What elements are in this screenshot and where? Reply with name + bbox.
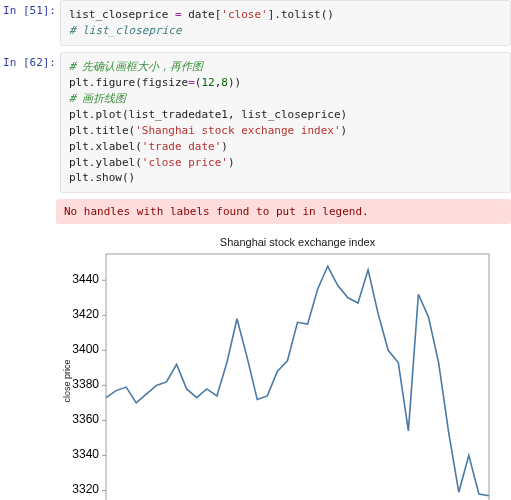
- code-token: plt.title(: [69, 124, 135, 137]
- code-token: ): [228, 156, 235, 169]
- code-token: list_closeprice: [69, 8, 175, 21]
- code-token: date[: [182, 8, 222, 21]
- code-cell-62: ⏵ In [62]: # 先确认画框大小，再作图plt.figure(figsi…: [0, 52, 511, 194]
- code-token: 'Shanghai stock exchange index': [135, 124, 340, 137]
- code-token: 'trade date': [142, 140, 221, 153]
- chart-title: Shanghai stock exchange index: [220, 236, 376, 248]
- svg-rect-0: [106, 254, 489, 500]
- y-tick-label: 3440: [72, 273, 99, 287]
- stderr-row: No handles with labels found to put in l…: [0, 199, 511, 224]
- line-chart: Shanghai stock exchange index33203340336…: [56, 232, 501, 500]
- code-token: =: [175, 8, 182, 21]
- y-tick-label: 3340: [72, 448, 99, 462]
- y-tick-label: 3320: [72, 483, 99, 497]
- code-token: )): [228, 76, 241, 89]
- y-tick-label: 3400: [72, 343, 99, 357]
- code-comment: # 先确认画框大小，再作图: [69, 60, 203, 73]
- code-token: ): [221, 140, 228, 153]
- code-token: 'close price': [142, 156, 228, 169]
- chart-container: Shanghai stock exchange index33203340336…: [56, 228, 511, 500]
- code-comment: # 画折线图: [69, 92, 126, 105]
- code-token: plt.plot(list_tradedate1, list_closepric…: [69, 108, 347, 121]
- y-tick-label: 3360: [72, 413, 99, 427]
- y-axis-label: close price: [62, 360, 72, 403]
- code-comment: # list_closeprice: [69, 24, 182, 37]
- y-tick-label: 3380: [72, 378, 99, 392]
- code-token: ].tolist(): [268, 8, 334, 21]
- prompt-text: In [62]:: [3, 56, 56, 69]
- code-input-62[interactable]: # 先确认画框大小，再作图plt.figure(figsize=(12,8))#…: [60, 52, 511, 194]
- stderr-output: No handles with labels found to put in l…: [56, 199, 511, 224]
- prompt-62: ⏵ In [62]:: [0, 52, 60, 194]
- prompt-51: In [51]:: [0, 0, 60, 46]
- code-token: 'close': [221, 8, 267, 21]
- collapse-icon[interactable]: ⏵: [0, 56, 2, 67]
- code-cell-51: In [51]: list_closeprice = date['close']…: [0, 0, 511, 46]
- code-token: =: [188, 76, 195, 89]
- code-token: ): [341, 124, 348, 137]
- code-token: plt.ylabel(: [69, 156, 142, 169]
- line-series: [106, 267, 489, 496]
- code-token: plt.figure(figsize: [69, 76, 188, 89]
- chart-output-row: Shanghai stock exchange index33203340336…: [0, 228, 511, 500]
- code-token: plt.xlabel(: [69, 140, 142, 153]
- code-input-51[interactable]: list_closeprice = date['close'].tolist()…: [60, 0, 511, 46]
- code-token: 12: [201, 76, 214, 89]
- y-tick-label: 3420: [72, 308, 99, 322]
- code-token: plt.show(): [69, 171, 135, 184]
- code-token: 8: [221, 76, 228, 89]
